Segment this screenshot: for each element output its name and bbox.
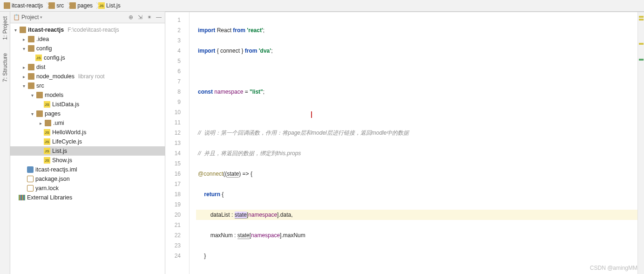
tree-config[interactable]: ▾config <box>10 44 165 53</box>
js-file-icon: JS <box>44 129 50 136</box>
folder-icon <box>28 73 34 80</box>
json-file-icon <box>27 176 34 182</box>
js-file-icon: JS <box>35 55 42 61</box>
locate-icon[interactable]: ⊕ <box>128 14 134 21</box>
tree-src[interactable]: ▾src <box>10 81 165 90</box>
tree-listdata[interactable]: JSListData.js <box>10 100 165 109</box>
folder-icon <box>4 2 10 9</box>
tree-package[interactable]: package.json <box>10 174 165 184</box>
tree-umi[interactable]: ▸.umi <box>10 118 165 128</box>
js-file-icon: JS <box>98 2 105 9</box>
iml-file-icon <box>27 166 34 173</box>
settings-icon[interactable]: ✴ <box>146 14 153 21</box>
project-panel: 📋 Project ▾ ⊕ ⇲ ✴ — ▾itcast-reactjsF:\co… <box>10 12 165 274</box>
tree-external[interactable]: External Libraries <box>10 193 165 202</box>
watermark: CSDN @amingMM <box>590 265 637 271</box>
error-stripe[interactable] <box>637 12 644 274</box>
crumb-label: itcast-reactjs <box>12 2 43 9</box>
toolbar-tab-structure[interactable]: 7: Structure <box>1 51 9 84</box>
folder-icon <box>28 64 34 70</box>
tree-iml[interactable]: itcast-reactjs.iml <box>10 165 165 174</box>
toolbar-tab-project[interactable]: 1: Project <box>1 14 9 42</box>
crumb-label: List.js <box>106 2 121 9</box>
js-file-icon: JS <box>44 138 50 145</box>
tree-configjs[interactable]: JSconfig.js <box>10 53 165 62</box>
breadcrumb: itcast-reactjs src pages JSList.js <box>0 0 644 12</box>
tree-hello[interactable]: JSHelloWorld.js <box>10 128 165 137</box>
tree-pages[interactable]: ▾pages <box>10 109 165 118</box>
yarn-file-icon <box>27 185 34 192</box>
crumb-label: src <box>56 2 64 9</box>
folder-icon <box>45 120 51 126</box>
folder-icon <box>36 110 43 117</box>
folder-icon <box>28 45 34 52</box>
project-title[interactable]: 📋 Project ▾ <box>13 14 125 21</box>
folder-icon <box>36 92 43 98</box>
tree-node-modules[interactable]: ▸node_moduleslibrary root <box>10 72 165 81</box>
js-file-icon: JS <box>44 101 50 108</box>
code-content[interactable]: import React from 'react'; import { conn… <box>196 12 637 274</box>
project-header: 📋 Project ▾ ⊕ ⇲ ✴ — <box>10 12 165 23</box>
crumb-project[interactable]: itcast-reactjs <box>2 0 47 11</box>
project-tree[interactable]: ▾itcast-reactjsF:\code\itcast-reactjs ▸.… <box>10 23 165 274</box>
tree-idea[interactable]: ▸.idea <box>10 34 165 44</box>
folder-icon <box>48 2 55 9</box>
tool-window-bar: 1: Project 7: Structure <box>0 12 10 274</box>
library-icon <box>19 195 25 200</box>
line-gutter: 123456789101112131415161718192021222324 <box>165 12 190 274</box>
tree-life[interactable]: JSLifeCycle.js <box>10 137 165 146</box>
text-cursor <box>311 111 312 118</box>
folder-icon <box>69 2 76 9</box>
crumb-label: pages <box>77 2 93 9</box>
collapse-icon[interactable]: ⇲ <box>137 14 143 21</box>
editor-area: JSconfig.js× JSHelloWorld.js× itcast-rea… <box>165 12 644 274</box>
folder-icon <box>20 27 26 33</box>
tree-models[interactable]: ▾models <box>10 90 165 100</box>
tree-show[interactable]: JSShow.js <box>10 156 165 165</box>
code-editor[interactable]: 123456789101112131415161718192021222324 … <box>165 12 644 274</box>
crumb-src[interactable]: src <box>47 0 68 11</box>
fold-gutter[interactable] <box>190 12 196 274</box>
hide-icon[interactable]: — <box>156 14 162 21</box>
tree-dist[interactable]: ▸dist <box>10 62 165 72</box>
folder-icon <box>28 36 34 42</box>
js-file-icon: JS <box>44 148 50 154</box>
crumb-pages[interactable]: pages <box>68 0 96 11</box>
crumb-file[interactable]: JSList.js <box>96 0 124 11</box>
js-file-icon: JS <box>44 157 50 164</box>
tree-list-selected[interactable]: JSList.js <box>10 146 165 156</box>
tree-yarn[interactable]: yarn.lock <box>10 184 165 193</box>
folder-icon <box>28 82 34 89</box>
tree-root[interactable]: ▾itcast-reactjsF:\code\itcast-reactjs <box>10 25 165 34</box>
